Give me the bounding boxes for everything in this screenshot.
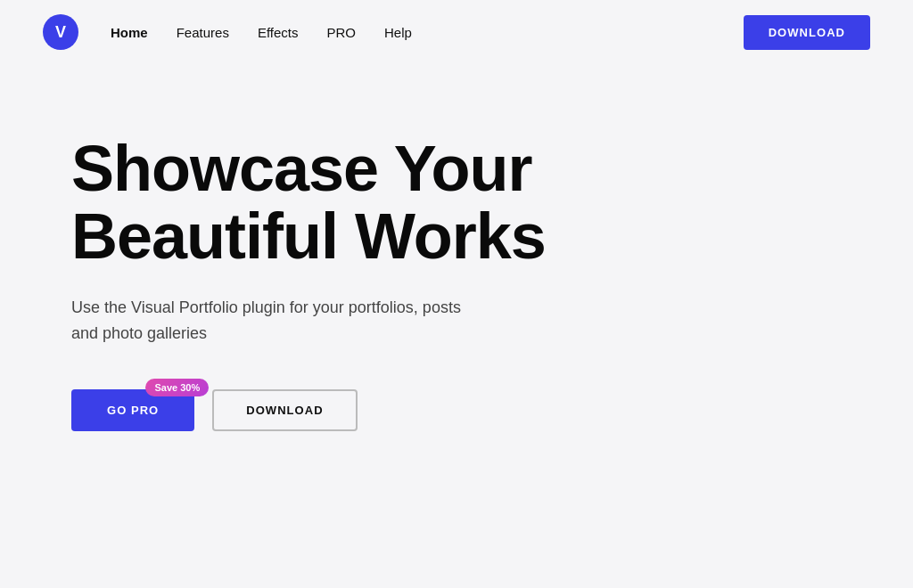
nav-links: Home Features Effects PRO Help bbox=[111, 25, 744, 40]
logo[interactable]: V bbox=[43, 14, 78, 50]
hero-section: Showcase Your Beautiful Works Use the Vi… bbox=[0, 64, 913, 485]
hero-buttons: Save 30% GO PRO DOWNLOAD bbox=[71, 389, 842, 431]
hero-title-line1: Showcase Your bbox=[71, 133, 532, 204]
logo-letter: V bbox=[55, 23, 66, 42]
save-badge: Save 30% bbox=[145, 379, 209, 396]
nav-link-home[interactable]: Home bbox=[111, 25, 148, 40]
nav-link-effects[interactable]: Effects bbox=[258, 25, 299, 40]
hero-download-button[interactable]: DOWNLOAD bbox=[212, 389, 357, 431]
hero-title: Showcase Your Beautiful Works bbox=[71, 135, 678, 270]
nav-link-features[interactable]: Features bbox=[177, 25, 229, 40]
go-pro-wrapper: Save 30% GO PRO bbox=[71, 389, 194, 431]
hero-subtitle: Use the Visual Portfolio plugin for your… bbox=[71, 295, 481, 347]
hero-title-line2: Beautiful Works bbox=[71, 200, 546, 272]
nav-download-button[interactable]: DOWNLOAD bbox=[744, 15, 870, 50]
nav-link-help[interactable]: Help bbox=[384, 25, 412, 40]
navbar: V Home Features Effects PRO Help DOWNLOA… bbox=[0, 0, 913, 64]
nav-link-pro[interactable]: PRO bbox=[326, 25, 356, 40]
